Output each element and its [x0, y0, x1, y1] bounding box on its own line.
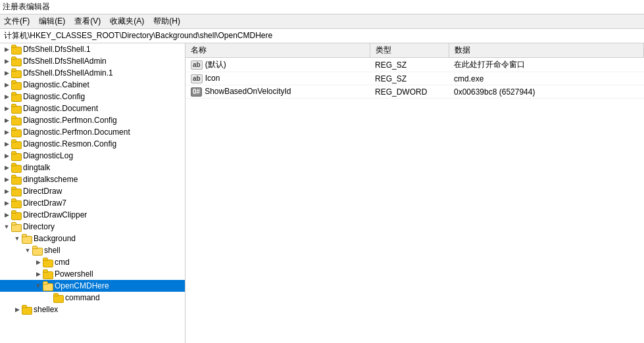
- menu-file[interactable]: 文件(F): [4, 16, 30, 27]
- folder-icon-powershell: [42, 269, 53, 279]
- folder-icon-dfsshell-admin: [11, 57, 21, 66]
- tree-label-diagnostic-resmon-config: Diagnostic.Resmon.Config: [23, 138, 116, 150]
- tree-item-command[interactable]: command: [0, 292, 185, 304]
- tree-label-dfsshell-admin: DfsShell.DfsShellAdmin: [23, 55, 107, 67]
- expand-icon-dingtalkscheme[interactable]: ▶: [3, 176, 11, 183]
- folder-icon-diagnostic-cabinet: [11, 80, 21, 89]
- reg-name-cell: ab(默认): [186, 58, 370, 72]
- tree-item-powershell[interactable]: ▶ Powershell: [0, 268, 185, 280]
- tree-item-shell[interactable]: ▼ shell: [0, 244, 185, 256]
- registry-table: 名称 类型 数据 ab(默认)REG_SZ在此处打开命令窗口abIconREG_…: [186, 43, 644, 99]
- reg-data-cell: 0x00639bc8 (6527944): [449, 85, 644, 99]
- tree-item-dfsshell-admin1[interactable]: ▶ DfsShell.DfsShellAdmin.1: [0, 67, 185, 79]
- folder-icon-dfsshell-admin1: [11, 68, 21, 78]
- tree-label-dingtalkscheme: dingtalkscheme: [23, 173, 78, 185]
- expand-icon-powershell[interactable]: ▶: [34, 271, 42, 277]
- expand-icon-directory[interactable]: ▼: [3, 223, 11, 230]
- address-text: 计算机\HKEY_CLASSES_ROOT\Directory\Backgrou…: [4, 30, 272, 41]
- tree-item-diagnostic-cabinet[interactable]: ▶ Diagnostic.Cabinet: [0, 79, 185, 91]
- folder-icon-shell: [32, 246, 42, 255]
- expand-icon-cmd[interactable]: ▶: [34, 259, 42, 265]
- folder-icon-dfsshell1: [11, 45, 21, 54]
- expand-icon-diagnostic-resmon-config[interactable]: ▶: [3, 141, 11, 147]
- expand-icon-directdrawclipper[interactable]: ▶: [3, 212, 11, 218]
- title-text: 注册表编辑器: [3, 1, 50, 12]
- tree-item-dfsshell-admin[interactable]: ▶ DfsShell.DfsShellAdmin: [0, 55, 185, 67]
- reg-type-cell: REG_SZ: [370, 58, 449, 72]
- expand-icon-diagnostic-config[interactable]: ▶: [3, 93, 11, 100]
- table-row[interactable]: abIconREG_SZcmd.exe: [186, 72, 644, 85]
- folder-icon-background: [21, 234, 32, 243]
- tree-item-directdraw7[interactable]: ▶ DirectDraw7: [0, 197, 185, 209]
- tree-item-shellex[interactable]: ▶ shellex: [0, 304, 185, 315]
- tree-item-background[interactable]: ▼ Background: [0, 233, 185, 244]
- tree-item-diagnosticlog[interactable]: ▶ DiagnosticLog: [0, 150, 185, 162]
- menu-help[interactable]: 帮助(H): [153, 16, 180, 27]
- folder-icon-diagnostic-perfmon-document: [11, 127, 21, 137]
- tree-item-diagnostic-document[interactable]: ▶ Diagnostic.Document: [0, 103, 185, 114]
- folder-icon-directory: [11, 222, 21, 231]
- expand-icon-opencmdhere[interactable]: ▼: [34, 283, 42, 289]
- tree-item-diagnostic-config[interactable]: ▶ Diagnostic.Config: [0, 91, 185, 103]
- col-data: 数据: [449, 43, 644, 58]
- reg-name-cell: abIcon: [186, 72, 370, 85]
- tree-item-opencmdhere[interactable]: ▼ OpenCMDHere: [0, 280, 185, 292]
- tree-label-directory: Directory: [23, 221, 55, 233]
- tree-item-diagnostic-resmon-config[interactable]: ▶ Diagnostic.Resmon.Config: [0, 138, 185, 150]
- expand-icon-background[interactable]: ▼: [13, 235, 21, 242]
- tree-item-dingtalkscheme[interactable]: ▶ dingtalkscheme: [0, 173, 185, 185]
- tree-label-directdraw7: DirectDraw7: [23, 197, 66, 209]
- table-row[interactable]: 0#ShowBasedOnVelocityIdREG_DWORD0x00639b…: [186, 85, 644, 99]
- expand-icon-directdraw[interactable]: ▶: [3, 188, 11, 194]
- registry-tree[interactable]: ▶ DfsShell.DfsShell.1 ▶ DfsShell.DfsShel…: [0, 43, 186, 343]
- folder-icon-command: [53, 293, 63, 302]
- expand-icon-diagnostic-perfmon-config[interactable]: ▶: [3, 117, 11, 124]
- folder-icon-diagnostic-perfmon-config: [11, 116, 21, 125]
- expand-icon-diagnosticlog[interactable]: ▶: [3, 152, 11, 159]
- menu-edit[interactable]: 编辑(E): [39, 16, 65, 27]
- tree-item-diagnostic-perfmon-document[interactable]: ▶ Diagnostic.Perfmon.Document: [0, 126, 185, 138]
- tree-label-opencmdhere: OpenCMDHere: [55, 280, 109, 292]
- tree-item-diagnostic-perfmon-config[interactable]: ▶ Diagnostic.Perfmon.Config: [0, 114, 185, 126]
- tree-label-directdraw: DirectDraw: [23, 185, 62, 197]
- registry-values-pane: 名称 类型 数据 ab(默认)REG_SZ在此处打开命令窗口abIconREG_…: [186, 43, 644, 343]
- tree-label-diagnostic-perfmon-document: Diagnostic.Perfmon.Document: [23, 126, 130, 138]
- main-content: ▶ DfsShell.DfsShell.1 ▶ DfsShell.DfsShel…: [0, 43, 644, 343]
- folder-icon-directdraw: [11, 187, 21, 196]
- expand-icon-directdraw7[interactable]: ▶: [3, 200, 11, 206]
- tree-label-diagnostic-cabinet: Diagnostic.Cabinet: [23, 79, 89, 91]
- tree-label-diagnostic-document: Diagnostic.Document: [23, 103, 98, 114]
- folder-icon-dingtalkscheme: [11, 175, 21, 184]
- tree-label-shell: shell: [44, 244, 61, 256]
- address-bar: 计算机\HKEY_CLASSES_ROOT\Directory\Backgrou…: [0, 29, 644, 43]
- expand-icon-diagnostic-perfmon-document[interactable]: ▶: [3, 129, 11, 135]
- folder-icon-directdraw7: [11, 198, 21, 208]
- tree-label-diagnostic-perfmon-config: Diagnostic.Perfmon.Config: [23, 114, 117, 126]
- tree-item-directdrawclipper[interactable]: ▶ DirectDrawClipper: [0, 209, 185, 221]
- expand-icon-shellex[interactable]: ▶: [13, 306, 21, 313]
- expand-icon-shell[interactable]: ▼: [24, 247, 32, 254]
- title-bar: 注册表编辑器: [0, 0, 644, 14]
- folder-icon-directdrawclipper: [11, 210, 21, 219]
- tree-label-dfsshell-admin1: DfsShell.DfsShellAdmin.1: [23, 67, 113, 79]
- tree-item-directory[interactable]: ▼ Directory: [0, 221, 185, 233]
- tree-label-powershell: Powershell: [55, 268, 93, 280]
- tree-label-background: Background: [34, 233, 76, 244]
- expand-icon-diagnostic-document[interactable]: ▶: [3, 105, 11, 112]
- expand-icon-dfsshell1[interactable]: ▶: [3, 46, 11, 53]
- table-row[interactable]: ab(默认)REG_SZ在此处打开命令窗口: [186, 58, 644, 72]
- menu-view[interactable]: 查看(V): [74, 16, 101, 27]
- expand-icon-dingtalk[interactable]: ▶: [3, 164, 11, 171]
- expand-icon-dfsshell-admin1[interactable]: ▶: [3, 70, 11, 76]
- tree-label-directdrawclipper: DirectDrawClipper: [23, 209, 87, 221]
- tree-item-directdraw[interactable]: ▶ DirectDraw: [0, 185, 185, 197]
- tree-item-dfsshell1[interactable]: ▶ DfsShell.DfsShell.1: [0, 43, 185, 55]
- tree-item-dingtalk[interactable]: ▶ dingtalk: [0, 162, 185, 173]
- folder-icon-opencmdhere: [42, 281, 53, 290]
- tree-label-diagnostic-config: Diagnostic.Config: [23, 91, 85, 103]
- tree-label-shellex: shellex: [34, 304, 58, 315]
- menu-favorites[interactable]: 收藏夹(A): [110, 16, 144, 27]
- tree-item-cmd[interactable]: ▶ cmd: [0, 256, 185, 268]
- expand-icon-diagnostic-cabinet[interactable]: ▶: [3, 81, 11, 88]
- expand-icon-dfsshell-admin[interactable]: ▶: [3, 58, 11, 64]
